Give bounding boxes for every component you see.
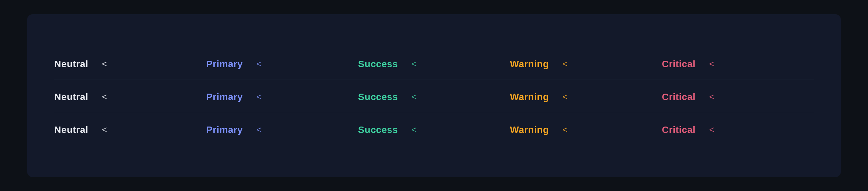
label-primary-1: Primary — [206, 92, 243, 102]
table-row-2: Neutral<Primary<Success<Warning<Critical… — [54, 112, 814, 145]
cell-success-2-2[interactable]: Success< — [358, 125, 510, 135]
table-row-1: Neutral<Primary<Success<Warning<Critical… — [54, 79, 814, 112]
chevron-success-0[interactable]: < — [412, 59, 417, 69]
label-neutral-2: Neutral — [54, 125, 88, 135]
cell-success-1-2[interactable]: Success< — [358, 92, 510, 102]
chevron-primary-2[interactable]: < — [256, 125, 261, 135]
label-primary-2: Primary — [206, 125, 243, 135]
cell-critical-1-4[interactable]: Critical< — [662, 92, 814, 102]
cell-primary-0-1[interactable]: Primary< — [206, 59, 358, 70]
chevron-critical-0[interactable]: < — [709, 59, 714, 69]
cell-neutral-2-0[interactable]: Neutral< — [54, 125, 206, 135]
chevron-neutral-2[interactable]: < — [102, 125, 107, 135]
label-warning-1: Warning — [510, 92, 549, 102]
cell-neutral-1-0[interactable]: Neutral< — [54, 92, 206, 102]
table-row-0: Neutral<Primary<Success<Warning<Critical… — [54, 46, 814, 79]
grid: Neutral<Primary<Success<Warning<Critical… — [54, 46, 814, 145]
chevron-primary-1[interactable]: < — [256, 92, 261, 102]
label-critical-2: Critical — [662, 125, 695, 135]
label-primary-0: Primary — [206, 59, 243, 70]
cell-critical-0-4[interactable]: Critical< — [662, 59, 814, 70]
cell-warning-1-3[interactable]: Warning< — [510, 92, 662, 102]
chevron-warning-1[interactable]: < — [563, 92, 568, 102]
chevron-warning-0[interactable]: < — [563, 59, 568, 69]
cell-warning-0-3[interactable]: Warning< — [510, 59, 662, 70]
chevron-neutral-0[interactable]: < — [102, 59, 107, 69]
chevron-warning-2[interactable]: < — [563, 125, 568, 135]
label-success-2: Success — [358, 125, 398, 135]
cell-warning-2-3[interactable]: Warning< — [510, 125, 662, 135]
cell-success-0-2[interactable]: Success< — [358, 59, 510, 70]
cell-primary-2-1[interactable]: Primary< — [206, 125, 358, 135]
chevron-neutral-1[interactable]: < — [102, 92, 107, 102]
chevron-critical-2[interactable]: < — [709, 125, 714, 135]
cell-primary-1-1[interactable]: Primary< — [206, 92, 358, 102]
label-success-0: Success — [358, 59, 398, 70]
label-success-1: Success — [358, 92, 398, 102]
cell-neutral-0-0[interactable]: Neutral< — [54, 59, 206, 70]
label-neutral-1: Neutral — [54, 92, 88, 102]
label-critical-1: Critical — [662, 92, 695, 102]
chevron-success-2[interactable]: < — [412, 125, 417, 135]
main-container: Neutral<Primary<Success<Warning<Critical… — [27, 14, 841, 177]
chevron-critical-1[interactable]: < — [709, 92, 714, 102]
chevron-primary-0[interactable]: < — [256, 59, 261, 69]
cell-critical-2-4[interactable]: Critical< — [662, 125, 814, 135]
chevron-success-1[interactable]: < — [412, 92, 417, 102]
label-warning-2: Warning — [510, 125, 549, 135]
label-critical-0: Critical — [662, 59, 695, 70]
label-warning-0: Warning — [510, 59, 549, 70]
label-neutral-0: Neutral — [54, 59, 88, 70]
